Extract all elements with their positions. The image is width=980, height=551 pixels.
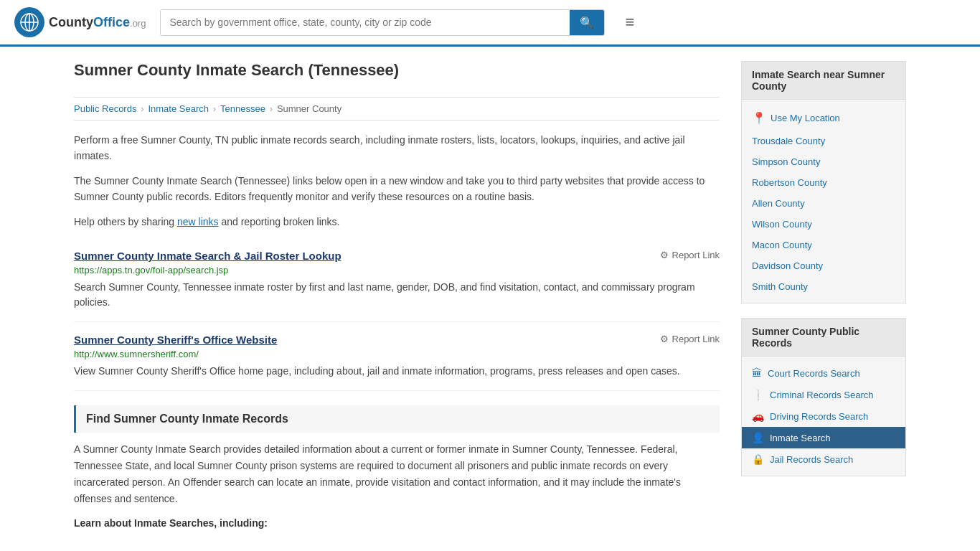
content-area: Sumner County Inmate Search (Tennessee) …	[74, 61, 720, 529]
location-dot-icon: 📍	[752, 111, 766, 125]
breadcrumb-sep-3: ›	[270, 104, 273, 114]
public-records-box: Sumner County Public Records 🏛 Court Rec…	[741, 318, 906, 476]
report-link-1[interactable]: ⚙ Report Link	[660, 250, 720, 260]
logo-org-text: .org	[130, 18, 146, 29]
description-2: The Sumner County Inmate Search (Tenness…	[74, 173, 720, 205]
result-header-1: Sumner County Inmate Search & Jail Roste…	[74, 250, 720, 262]
find-section-heading: Find Sumner County Inmate Records	[74, 405, 720, 433]
nearby-box: Inmate Search near Sumner County 📍 Use M…	[741, 61, 906, 303]
logo-office-text: Office	[93, 15, 130, 30]
court-records-icon: 🏛	[752, 367, 762, 379]
learn-heading: Learn about Inmate Searches, including:	[74, 517, 720, 529]
result-title-1[interactable]: Sumner County Inmate Search & Jail Roste…	[74, 250, 341, 262]
result-url-1[interactable]: https://apps.tn.gov/foil-app/search.jsp	[74, 265, 720, 276]
breadcrumb-sep-2: ›	[213, 104, 216, 114]
result-desc-1: Search Sumner County, Tennessee inmate r…	[74, 280, 720, 310]
find-section-body: A Sumner County Inmate Search provides d…	[74, 441, 720, 507]
sidebar-nearby-allen[interactable]: Allen County	[742, 193, 905, 214]
nearby-box-title: Inmate Search near Sumner County	[742, 62, 905, 100]
description-1: Perform a free Sumner County, TN public …	[74, 132, 720, 164]
report-link-2[interactable]: ⚙ Report Link	[660, 334, 720, 344]
logo-icon	[14, 7, 44, 37]
result-url-2[interactable]: http://www.sumnersheriff.com/	[74, 349, 720, 359]
driving-records-icon: 🚗	[752, 410, 764, 422]
result-desc-2: View Sumner County Sheriff's Office home…	[74, 364, 720, 379]
sidebar-nearby-robertson[interactable]: Robertson County	[742, 172, 905, 193]
search-button[interactable]: 🔍	[570, 10, 604, 35]
public-records-box-content: 🏛 Court Records Search ❕ Criminal Record…	[742, 357, 905, 476]
logo-county-text: County	[49, 15, 93, 30]
sidebar-nearby-simpson[interactable]: Simpson County	[742, 151, 905, 172]
breadcrumb-inmate-search[interactable]: Inmate Search	[148, 103, 209, 114]
result-item-1: Sumner County Inmate Search & Jail Roste…	[74, 238, 720, 322]
breadcrumb-public-records[interactable]: Public Records	[74, 103, 136, 114]
main-layout: Sumner County Inmate Search (Tennessee) …	[60, 47, 920, 543]
result-item-2: Sumner County Sheriff's Office Website ⚙…	[74, 322, 720, 391]
new-links-link[interactable]: new links	[177, 216, 219, 227]
sidebar-nearby-smith[interactable]: Smith County	[742, 276, 905, 297]
report-icon-1: ⚙	[660, 250, 669, 260]
header: CountyOffice.org 🔍 ≡	[0, 0, 980, 47]
description-3: Help others by sharing new links and rep…	[74, 214, 720, 230]
sidebar-nearby-trousdale[interactable]: Trousdale County	[742, 131, 905, 151]
use-location-link[interactable]: 📍 Use My Location	[742, 105, 905, 131]
jail-records-icon: 🔒	[752, 453, 764, 465]
breadcrumb-current: Sumner County	[277, 103, 341, 114]
breadcrumb: Public Records › Inmate Search › Tenness…	[74, 97, 720, 121]
search-input[interactable]	[161, 10, 570, 35]
result-title-2[interactable]: Sumner County Sheriff's Office Website	[74, 334, 277, 346]
sidebar-nearby-wilson[interactable]: Wilson County	[742, 214, 905, 235]
criminal-records-icon: ❕	[752, 389, 764, 400]
sidebar-nearby-macon[interactable]: Macon County	[742, 235, 905, 255]
sidebar-nearby-davidson[interactable]: Davidson County	[742, 255, 905, 276]
sidebar-inmate-search[interactable]: 👤 Inmate Search	[742, 427, 905, 448]
sidebar-court-records[interactable]: 🏛 Court Records Search	[742, 362, 905, 384]
breadcrumb-sep-1: ›	[141, 104, 143, 114]
sidebar-jail-records[interactable]: 🔒 Jail Records Search	[742, 448, 905, 470]
page-title: Sumner County Inmate Search (Tennessee)	[74, 61, 720, 85]
public-records-box-title: Sumner County Public Records	[742, 319, 905, 357]
hamburger-menu-button[interactable]: ≡	[619, 10, 640, 34]
use-location-label: Use My Location	[771, 113, 840, 123]
result-header-2: Sumner County Sheriff's Office Website ⚙…	[74, 334, 720, 346]
nearby-box-content: 📍 Use My Location Trousdale County Simps…	[742, 100, 905, 303]
inmate-search-icon: 👤	[752, 432, 764, 443]
logo-link[interactable]: CountyOffice.org	[14, 7, 146, 37]
breadcrumb-tennessee[interactable]: Tennessee	[220, 103, 265, 114]
sidebar: Inmate Search near Sumner County 📍 Use M…	[741, 61, 906, 529]
report-icon-2: ⚙	[660, 334, 669, 344]
sidebar-criminal-records[interactable]: ❕ Criminal Records Search	[742, 384, 905, 405]
sidebar-driving-records[interactable]: 🚗 Driving Records Search	[742, 405, 905, 427]
search-bar: 🔍	[160, 9, 605, 36]
